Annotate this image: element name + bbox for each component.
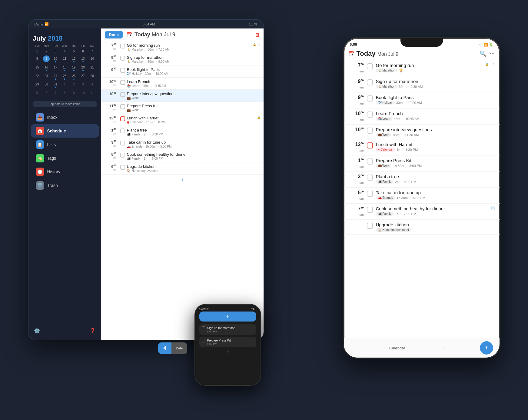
- iphone-checkbox[interactable]: [367, 142, 373, 148]
- scene: Carrier 📶 6:04 AM 100% July 2018 Sun Mon: [28, 19, 500, 401]
- trash-label: Trash: [47, 183, 58, 188]
- lists-icon: 📋: [36, 140, 44, 149]
- task-checkbox[interactable]: [120, 116, 125, 121]
- task-row[interactable]: 1045 Prepare interview questions 💼Work: [101, 90, 264, 102]
- task-row[interactable]: 130 pm Plant a tree 👨‍👩‍👧Family ·2h → 3:…: [101, 126, 264, 138]
- battery-icon: 🔋: [489, 43, 493, 47]
- today-header: 📅 Today Mon Jul 9: [127, 32, 255, 38]
- task-checkbox[interactable]: [120, 153, 125, 158]
- task-row[interactable]: 500 pm Cook something healthy for dinner…: [101, 150, 264, 162]
- iphone-task-row[interactable]: 1000 am Learn French 📚 Learn 45m → 10:45…: [344, 108, 500, 125]
- task-checkbox[interactable]: [120, 56, 125, 61]
- task-row[interactable]: 330 pm Take car in for tune up 🚗Errands …: [101, 138, 264, 150]
- search-icon[interactable]: 🔍: [480, 50, 486, 57]
- task-row[interactable]: 930 Book flight to Paris ✈️Holiday ·30m …: [101, 65, 264, 78]
- iphone-task-row[interactable]: 500 pm Take car in for tune up 🚗 Errands…: [344, 188, 500, 204]
- watch-menu-icon[interactable]: ≡: [196, 348, 259, 355]
- iphone-checkbox[interactable]: [367, 175, 373, 181]
- task-checkbox[interactable]: [120, 128, 125, 133]
- iphone-checkbox[interactable]: [367, 79, 373, 85]
- calendar-grid: 1 2 3 4 5 6 7 8 9. 10 11 12 13: [33, 48, 97, 97]
- iphone-checkbox[interactable]: [367, 128, 373, 134]
- iphone-time-label: 500 pm: [348, 190, 364, 201]
- task-content: Sign up for marathon 🏃Marathon ·30m → 9:…: [127, 55, 261, 63]
- today-title: Today Mon Jul 9: [134, 32, 175, 38]
- sidebar-item-trash[interactable]: 🗑️ Trash: [31, 179, 99, 192]
- today-calendar-icon: 📅: [127, 32, 133, 38]
- iphone-task-row[interactable]: 1230 pm Lunch with Harriet ● Calendar 1h…: [344, 139, 500, 155]
- task-row[interactable]: 1100 am Prepare Press Kit 💼Work: [101, 102, 264, 114]
- iphone-task-row[interactable]: 130 pm Prepare Press Kit 💼 Work 1h 30m →…: [344, 155, 500, 172]
- sidebar-item-inbox[interactable]: 📥 Inbox: [31, 111, 99, 124]
- iphone-today-title: Today Mon Jul 9: [357, 50, 399, 58]
- task-row[interactable]: 1000 am Learn French 📚Learn ·45m → 10:45…: [101, 78, 264, 90]
- iphone-task-row[interactable]: 730 pm Cook something healthy for dinner…: [344, 204, 500, 220]
- lock-icon: 🔒: [257, 116, 261, 119]
- iphone-device: 6:06 ···· 📶 🔋 📅 Today Mon Jul 9 🔍 ···: [343, 37, 500, 358]
- iphone-task-row[interactable]: 930 am Book flight to Paris ✈️ Holiday 3…: [344, 92, 500, 108]
- iphone-task-row[interactable]: 900 am Sign up for marathon 🏃 Marathon 3…: [344, 76, 500, 92]
- ipad-body: July 2018 Sun Mon Tue Wed Thu Fri Sat: [28, 28, 264, 340]
- iphone-checkbox[interactable]: [367, 112, 373, 118]
- iphone-task-row[interactable]: Upgrade kitchen 🏠 Home Improvement: [344, 220, 500, 235]
- more-icon[interactable]: ···: [490, 50, 494, 57]
- sidebar-item-tags[interactable]: 🏷️ Tags: [31, 152, 99, 165]
- iphone-checkbox[interactable]: [367, 207, 373, 213]
- iphone-time-label: 1000 am: [348, 111, 364, 122]
- lists-label: Lists: [47, 142, 56, 147]
- iphone-header: 📅 Today Mon Jul 9 🔍 ···: [344, 48, 500, 60]
- settings-icon[interactable]: ⚙️: [34, 328, 40, 334]
- watch-app-name: Sorted°: [199, 308, 209, 311]
- iphone-checkbox[interactable]: [367, 63, 373, 69]
- watch-task-row[interactable]: Sign up for marathon 9:00 PM: [199, 324, 256, 335]
- iphone-notch: [400, 38, 443, 47]
- carrier-label: Carrier: [35, 22, 45, 26]
- watch-checkbox[interactable]: [202, 326, 205, 330]
- forward-arrow[interactable]: →: [440, 345, 445, 350]
- task-checkbox[interactable]: [120, 92, 125, 97]
- done-button[interactable]: Done: [105, 31, 123, 38]
- task-row[interactable]: 600 pm Upgrade kitchen 🏠Home Improvement: [101, 162, 264, 175]
- add-task-button[interactable]: +: [181, 177, 184, 183]
- tags-icon: 🏷️: [36, 154, 44, 162]
- watch-add-button[interactable]: +: [199, 312, 256, 322]
- ipad-status-bar: Carrier 📶 6:04 AM 100%: [28, 20, 264, 28]
- iphone-checkbox[interactable]: [367, 95, 373, 102]
- task-checkbox[interactable]: [120, 68, 125, 73]
- watch-task-row[interactable]: Prepare Press Kit 9:00 PM: [199, 337, 256, 347]
- wifi-icon: 📶: [484, 43, 488, 47]
- add-task-row: +: [101, 175, 264, 186]
- ipad-sidebar: July 2018 Sun Mon Tue Wed Thu Fri Sat: [28, 28, 101, 340]
- inbox-label: Inbox: [47, 115, 58, 120]
- iphone-time-label: 730 pm: [348, 206, 364, 217]
- task-checkbox[interactable]: [120, 44, 125, 48]
- task-checkbox[interactable]: [120, 104, 125, 109]
- task-row[interactable]: 900 am Sign up for marathon 🏃Marathon ·3…: [101, 53, 264, 65]
- tasks-column: 700 am Go for morning run 🏃Marathon ·30m…: [101, 41, 264, 340]
- iphone-task-row[interactable]: 300 pm Plant a tree 👨‍👩‍👧 Family 2h → 5:…: [344, 172, 500, 188]
- back-arrow[interactable]: ←: [350, 345, 354, 350]
- help-icon[interactable]: ❓: [90, 328, 96, 334]
- iphone-checkbox[interactable]: [367, 191, 373, 197]
- tap-date-button[interactable]: Tap date to move items: [33, 101, 97, 107]
- task-checkbox[interactable]: [120, 165, 125, 170]
- sidebar-item-history[interactable]: 🕐 History: [31, 165, 99, 178]
- watch-checkbox[interactable]: [202, 339, 205, 342]
- iphone-task-row[interactable]: 700 am Go for morning run 🏃 Marathon 🏆 🔒…: [344, 60, 500, 76]
- task-row[interactable]: 700 am Go for morning run 🏃Marathon ·30m…: [101, 41, 264, 53]
- delete-button[interactable]: 🗑: [255, 32, 260, 38]
- iphone-checkbox[interactable]: [367, 223, 373, 229]
- month-label: July: [33, 35, 46, 42]
- sidebar-item-schedule[interactable]: 📅 Schedule: [31, 124, 99, 138]
- iphone-add-button[interactable]: +: [480, 341, 493, 355]
- task-checkbox[interactable]: [120, 141, 125, 145]
- iphone-checkbox[interactable]: [367, 158, 373, 165]
- reload-icon: ↻: [258, 43, 261, 46]
- date-tab[interactable]: Date: [171, 342, 187, 354]
- iphone-task-row[interactable]: 1045 Prepare interview questions 💼 Work …: [344, 125, 500, 139]
- task-checkbox[interactable]: [120, 80, 125, 85]
- sidebar-item-lists[interactable]: 📋 Lists: [31, 138, 99, 151]
- task-row[interactable]: 1230 pm Lunch with Harriet Calendar ·1h …: [101, 114, 264, 126]
- badge-count[interactable]: 4: [158, 342, 172, 354]
- task-name: Go for morning run: [127, 43, 251, 48]
